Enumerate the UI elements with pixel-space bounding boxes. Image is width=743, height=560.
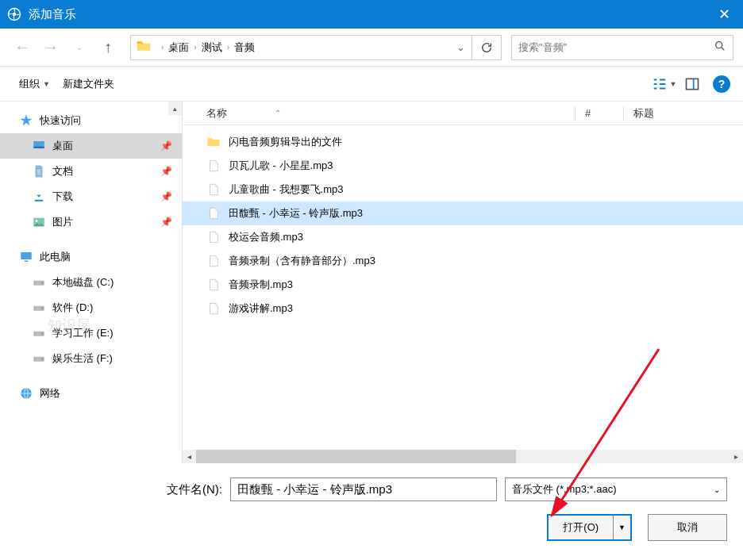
column-title[interactable]: 标题 [624,106,743,121]
file-row[interactable]: 闪电音频剪辑导出的文件 [183,130,743,154]
nav-forward-button[interactable]: → [38,35,64,60]
file-name: 闪电音频剪辑导出的文件 [229,135,342,149]
breadcrumb-separator: › [192,43,198,52]
cancel-button[interactable]: 取消 [648,514,727,541]
new-folder-label: 新建文件夹 [63,77,114,91]
chevron-down-icon: ▼ [43,80,50,88]
scroll-up-button[interactable]: ▴ [168,102,182,115]
sidebar-item-label: 文档 [52,164,73,178]
download-icon [32,190,46,204]
svg-point-8 [36,220,38,222]
file-icon [206,254,221,268]
pin-icon: 📌 [160,140,172,152]
drive-icon [32,275,46,290]
navigation-bar: ← → ⌄ ↑ › 桌面 › 测试 › 音频 ⌄ [0,29,743,67]
sidebar-label: 网络 [40,386,60,401]
preview-pane-button[interactable] [678,71,706,97]
network-icon [19,386,33,401]
file-type-filter[interactable]: 音乐文件 (*.mp3;*.aac) ⌄ [505,478,727,501]
file-row[interactable]: 贝瓦儿歌 - 小星星.mp3 [183,154,743,178]
sidebar-item-label: 本地磁盘 (C:) [52,275,114,290]
svg-point-12 [42,282,44,284]
organize-label: 组织 [19,77,40,91]
file-row[interactable]: 校运会音频.mp3 [183,225,743,249]
file-row[interactable]: 音频录制.mp3 [183,273,743,297]
doc-icon [32,164,46,178]
sidebar-drive-item[interactable]: 娱乐生活 (F:) [0,346,182,371]
nav-recent-dropdown[interactable]: ⌄ [67,35,92,60]
nav-back-button[interactable]: ← [10,35,35,60]
file-row[interactable]: 音频录制（含有静音部分）.mp3 [183,249,743,273]
scroll-right-button[interactable]: ▸ [730,452,743,461]
file-list-header: 名称 ⌃ # 标题 [183,102,743,125]
svg-point-2 [716,42,722,48]
nav-up-button[interactable]: ↑ [95,35,121,60]
filter-label: 音乐文件 (*.mp3;*.aac) [512,482,616,497]
sidebar-item-label: 娱乐生活 (F:) [52,351,113,366]
horizontal-scrollbar[interactable]: ◂ ▸ [183,450,743,463]
star-icon [19,113,33,128]
pc-icon [19,250,33,264]
app-icon [6,6,22,22]
svg-rect-6 [35,200,44,201]
pin-icon: 📌 [160,166,172,177]
file-rows: 闪电音频剪辑导出的文件贝瓦儿歌 - 小星星.mp3儿童歌曲 - 我想要飞.mp3… [183,125,743,450]
close-button[interactable]: ✕ [705,0,743,29]
help-button[interactable]: ? [713,75,730,93]
sidebar-quick-access[interactable]: 快速访问 [0,108,182,133]
file-row[interactable]: 儿童歌曲 - 我想要飞.mp3 [183,178,743,201]
organize-button[interactable]: 组织 ▼ [13,74,56,94]
sidebar-item-label: 图片 [52,215,73,229]
breadcrumb-item[interactable]: 桌面 [165,40,192,55]
view-mode-button[interactable]: ▼ [649,71,678,97]
file-name: 音频录制.mp3 [229,278,293,292]
file-row[interactable]: 田馥甄 - 小幸运 - 铃声版.mp3 [183,201,743,225]
search-box[interactable] [511,35,733,60]
address-bar[interactable]: › 桌面 › 测试 › 音频 ⌄ [130,35,502,60]
address-dropdown[interactable]: ⌄ [450,41,472,53]
drive-icon [32,301,46,315]
sidebar-item-label: 学习工作 (E:) [52,326,114,340]
sidebar-this-pc[interactable]: 此电脑 [0,244,182,270]
sidebar-item-doc[interactable]: 文档📌 [0,159,182,184]
search-icon[interactable] [714,40,726,55]
scroll-left-button[interactable]: ◂ [183,452,196,461]
sidebar-item-label: 桌面 [52,139,73,153]
sidebar-item-label: 软件 (D:) [52,301,93,315]
search-input[interactable] [518,41,714,53]
sidebar-label: 此电脑 [40,250,71,264]
sidebar-drive-item[interactable]: 软件 (D:) [0,295,182,320]
svg-point-18 [42,359,44,360]
filename-input[interactable] [230,478,497,501]
sidebar-item-image[interactable]: 图片📌 [0,209,182,235]
pin-icon: 📌 [160,191,172,202]
sidebar-network[interactable]: 网络 [0,381,182,406]
svg-rect-5 [33,147,44,148]
column-number[interactable]: # [576,107,623,119]
file-row[interactable]: 游戏讲解.mp3 [183,297,743,320]
file-name: 游戏讲解.mp3 [229,301,293,316]
file-icon [206,206,221,221]
scrollbar-track[interactable] [196,450,730,463]
sidebar-drive-item[interactable]: 本地磁盘 (C:) [0,270,182,295]
column-name[interactable]: 名称 ⌃ [206,106,575,121]
file-list: 名称 ⌃ # 标题 闪电音频剪辑导出的文件贝瓦儿歌 - 小星星.mp3儿童歌曲 … [183,102,743,463]
sidebar-drive-item[interactable]: 学习工作 (E:) [0,320,182,346]
new-folder-button[interactable]: 新建文件夹 [56,74,121,94]
breadcrumb-item[interactable]: 测试 [198,40,225,55]
sidebar-item-desktop[interactable]: 桌面📌 [0,133,182,159]
cancel-label: 取消 [677,520,698,535]
breadcrumb-separator: › [225,43,231,52]
drive-icon [32,326,46,340]
open-button[interactable]: 打开(O) ▼ [547,514,632,541]
scrollbar-thumb[interactable] [196,450,516,463]
breadcrumb-item[interactable]: 音频 [231,40,258,55]
sidebar-label: 快速访问 [40,113,81,128]
sort-indicator-icon: ⌃ [275,109,281,117]
breadcrumb-separator: › [160,43,165,52]
desktop-icon [32,139,46,153]
refresh-button[interactable] [472,36,501,59]
sidebar-item-download[interactable]: 下载📌 [0,184,182,209]
open-split-dropdown[interactable]: ▼ [613,516,630,539]
pin-icon: 📌 [160,217,172,228]
